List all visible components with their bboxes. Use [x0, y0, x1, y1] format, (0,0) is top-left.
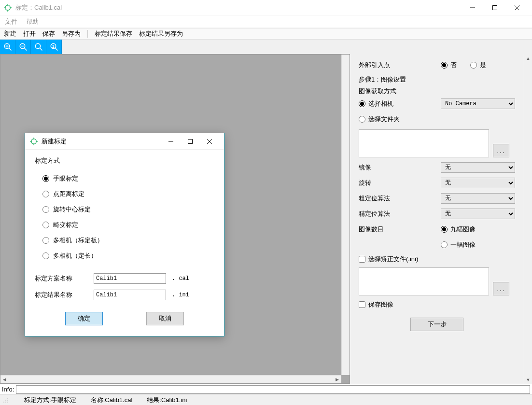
result-name-label: 标定结果名称 [35, 291, 88, 299]
grip-icon [3, 397, 9, 403]
svg-line-14 [24, 48, 27, 50]
svg-point-33 [5, 400, 6, 401]
minimize-button[interactable] [462, 0, 484, 15]
svg-line-19 [55, 48, 57, 50]
window-title: 标定：Calib1.cal [15, 3, 62, 12]
menu-bar: 文件 帮助 [0, 15, 532, 28]
scroll-up-icon[interactable]: ▲ [524, 54, 532, 62]
nine-images-radio[interactable]: 九幅图像 [441, 225, 476, 234]
right-panel: 外部引入点 否 是 步骤1：图像设置 图像获取方式 选择相机 No Camera… [350, 54, 524, 384]
ext-point-yes[interactable]: 是 [470, 61, 486, 70]
svg-point-35 [7, 398, 8, 399]
mirror-select[interactable]: 无 [441, 162, 515, 173]
mirror-label: 镜像 [359, 163, 441, 172]
scroll-down-icon[interactable]: ▼ [524, 376, 532, 384]
dialog-close-button[interactable] [200, 134, 219, 149]
menu-help[interactable]: 帮助 [26, 17, 39, 26]
zoom-out-icon[interactable] [15, 40, 31, 54]
select-camera-radio[interactable]: 选择相机 [359, 99, 441, 108]
svg-point-31 [5, 402, 6, 403]
dialog-title: 新建标定 [42, 137, 67, 146]
select-folder-radio[interactable]: 选择文件夹 [359, 115, 400, 124]
svg-point-21 [31, 139, 37, 144]
result-ext-label: . ini [172, 292, 189, 298]
status-name: 名称:Calib1.cal [91, 396, 133, 405]
svg-line-17 [40, 48, 42, 50]
dialog-maximize-button[interactable] [181, 134, 200, 149]
rotate-label: 旋转 [359, 179, 441, 187]
dialog-minimize-button[interactable] [161, 134, 181, 149]
opt-rotation-center[interactable]: 旋转中心标定 [35, 202, 214, 217]
dialog-icon [30, 138, 38, 145]
select-ini-checkbox[interactable]: 选择矫正文件(.ini) [359, 255, 515, 264]
maximize-button[interactable] [484, 0, 506, 15]
scheme-ext-label: . cal [172, 275, 189, 282]
camera-select[interactable]: No Camera [441, 98, 515, 109]
folder-path-textarea[interactable] [359, 129, 489, 157]
scroll-right-icon[interactable]: ▶ [333, 376, 341, 383]
zoom-actual-icon[interactable]: 1 [46, 40, 62, 54]
title-bar: 标定：Calib1.cal [0, 0, 532, 15]
image-canvas[interactable]: ◀ ▶ 新建标定 标定方式 手眼标定 点距离标定 [0, 54, 350, 384]
status-bar: 标定方式:手眼标定 名称:Calib1.cal 结果:Calib1.ini [0, 394, 532, 405]
close-button[interactable] [506, 0, 528, 15]
svg-point-32 [7, 402, 8, 403]
info-input[interactable] [16, 385, 530, 394]
ext-point-label: 外部引入点 [359, 61, 441, 70]
save-image-checkbox[interactable]: 保存图像 [359, 300, 515, 309]
info-bar: Info: [0, 384, 532, 394]
svg-line-10 [9, 48, 11, 50]
tb-result-save[interactable]: 标定结果保存 [95, 29, 132, 38]
img-count-label: 图像数目 [359, 225, 441, 234]
acq-method-label: 图像获取方式 [359, 87, 515, 96]
next-step-button[interactable]: 下一步 [410, 318, 463, 331]
scroll-left-icon[interactable]: ◀ [0, 376, 9, 383]
cancel-button[interactable]: 取消 [146, 312, 184, 325]
step1-label: 步骤1：图像设置 [359, 75, 515, 84]
info-label: Info: [2, 386, 14, 393]
toolbar: 新建 打开 保存 另存为 标定结果保存 标定结果另存为 [0, 28, 532, 40]
result-name-input[interactable] [94, 290, 166, 300]
opt-multicam-fixed[interactable]: 多相机（定长） [35, 248, 214, 264]
new-calibration-dialog: 新建标定 标定方式 手眼标定 点距离标定 旋转中心标定 畸变标定 多相机（标定板… [25, 133, 224, 336]
tb-saveas[interactable]: 另存为 [62, 29, 81, 38]
calib-method-label: 标定方式 [35, 156, 214, 165]
coarse-select[interactable]: 无 [441, 193, 515, 204]
status-method: 标定方式:手眼标定 [24, 396, 76, 405]
canvas-horizontal-scrollbar[interactable]: ◀ ▶ [0, 375, 341, 383]
svg-point-30 [3, 402, 4, 403]
zoom-in-icon[interactable] [0, 40, 15, 54]
one-image-radio[interactable]: 一幅图像 [441, 240, 476, 249]
ext-point-no[interactable]: 否 [441, 61, 457, 70]
fine-label: 精定位算法 [359, 209, 441, 218]
zoom-fit-icon[interactable] [31, 40, 46, 54]
panel-vertical-scrollbar[interactable]: ▲ ▼ [524, 54, 532, 384]
svg-point-16 [35, 43, 41, 49]
ok-button[interactable]: 确定 [65, 312, 103, 325]
app-icon [4, 4, 12, 12]
toolbar-separator [87, 30, 88, 38]
scheme-name-input[interactable] [94, 273, 166, 284]
svg-point-34 [7, 400, 8, 401]
tb-save[interactable]: 保存 [42, 29, 55, 38]
opt-point-distance[interactable]: 点距离标定 [35, 186, 214, 202]
canvas-vertical-scrollbar[interactable] [341, 55, 350, 375]
zoom-toolbar: 1 [0, 40, 532, 54]
ini-path-textarea[interactable] [359, 267, 489, 295]
menu-file[interactable]: 文件 [5, 17, 17, 26]
tb-result-saveas[interactable]: 标定结果另存为 [139, 29, 183, 38]
scheme-name-label: 标定方案名称 [35, 274, 88, 283]
fine-select[interactable]: 无 [441, 209, 515, 219]
rotate-select[interactable]: 无 [441, 178, 515, 188]
opt-hand-eye[interactable]: 手眼标定 [35, 171, 214, 186]
tb-open[interactable]: 打开 [23, 29, 36, 38]
coarse-label: 粗定位算法 [359, 194, 441, 203]
svg-text:1: 1 [52, 43, 54, 49]
browse-ini-button[interactable]: ... [493, 282, 509, 295]
tb-new[interactable]: 新建 [4, 29, 16, 38]
browse-folder-button[interactable]: ... [493, 144, 509, 157]
svg-rect-6 [493, 5, 497, 10]
opt-multicam-board[interactable]: 多相机（标定板） [35, 233, 214, 248]
opt-distortion[interactable]: 畸变标定 [35, 217, 214, 233]
svg-point-0 [5, 5, 11, 10]
